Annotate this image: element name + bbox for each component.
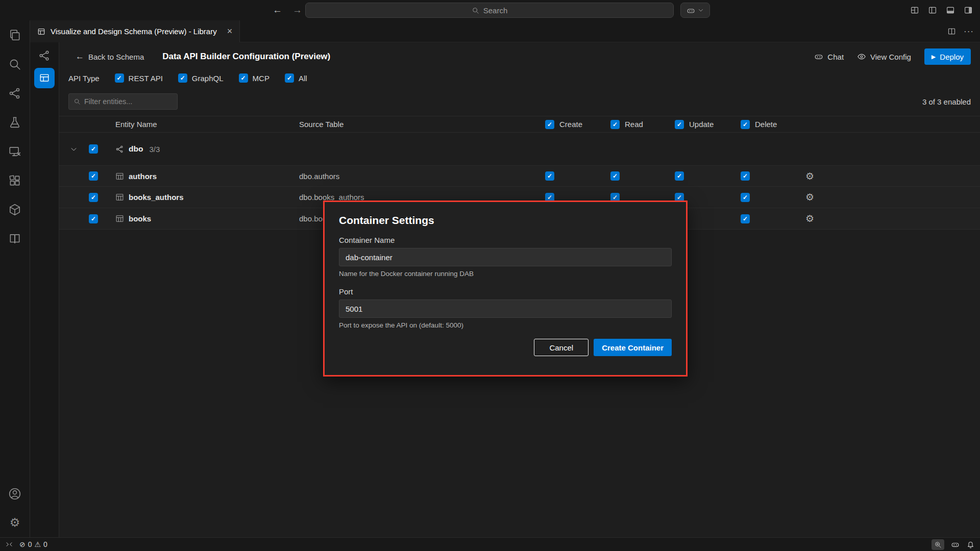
check-icon: ✓ [547,194,552,201]
port-help: Port to expose the API on (default: 5000… [339,321,672,329]
create-container-button[interactable]: Create Container [594,339,672,356]
check-icon: ✓ [241,75,246,81]
graphql-option[interactable]: ✓ GraphQL [178,73,224,83]
panel-bottom-icon [946,6,955,15]
container-name-input[interactable] [339,248,672,266]
delete-checkbox[interactable]: ✓ [741,171,750,181]
sidebar-right-icon [964,6,973,15]
check-icon: ✓ [91,146,96,152]
source-table: dbo.authors [299,172,534,181]
check-icon: ✓ [547,173,552,179]
check-icon: ✓ [743,121,748,128]
activity-bar-tests[interactable] [0,108,30,137]
sidebar-left-icon [928,6,937,15]
row-checkbox[interactable]: ✓ [89,193,98,202]
delete-checkbox[interactable]: ✓ [741,193,750,202]
command-center-search[interactable]: Search [305,3,674,18]
row-checkbox[interactable]: ✓ [89,171,98,181]
back-to-schema-link[interactable]: ← Back to Schema [76,52,144,62]
row-checkbox[interactable]: ✓ [89,214,98,223]
view-config-button[interactable]: View Config [857,52,911,61]
rest-api-checkbox[interactable]: ✓ [115,73,124,83]
table-row[interactable]: ✓ authors dbo.authors ✓ ✓ ✓ ✓ ⚙ [59,165,980,187]
activity-bar-remote-explorer[interactable] [0,137,30,166]
activity-bar-search[interactable] [0,49,30,79]
activity-bar-notebooks[interactable] [0,224,30,253]
entity-settings-gear-icon[interactable]: ⚙ [795,214,980,223]
delete-checkbox[interactable]: ✓ [741,214,750,223]
history-forward-button[interactable]: → [292,5,302,16]
activity-bar-explorer[interactable] [0,20,30,49]
copilot-status-button[interactable] [951,540,960,549]
container-name-help: Name for the Docker container running DA… [339,270,672,278]
chat-button[interactable]: Chat [814,52,844,61]
rail-data-api-builder[interactable] [34,68,55,88]
toggle-sidebar-left-button[interactable] [928,6,937,15]
remote-indicator[interactable] [5,540,13,548]
notifications-button[interactable] [966,540,975,549]
entity-settings-gear-icon[interactable]: ⚙ [795,171,980,181]
tab-visualize-design-schema[interactable]: Visualize and Design Schema (Preview) - … [30,20,240,42]
activity-bar-connections[interactable] [0,79,30,108]
rest-api-option[interactable]: ✓ REST API [115,73,163,83]
create-all-checkbox[interactable]: ✓ [545,120,554,129]
check-icon: ✓ [677,121,682,128]
toggle-sidebar-right-button[interactable] [964,6,973,15]
container-name-label: Container Name [339,236,672,244]
check-icon: ✓ [743,173,748,179]
cancel-button[interactable]: Cancel [534,339,589,356]
error-count: 0 [28,540,32,548]
check-icon: ✓ [612,121,618,128]
check-icon: ✓ [91,194,96,201]
delete-all-checkbox[interactable]: ✓ [741,120,750,129]
search-icon [8,58,21,71]
deploy-button[interactable]: ▶ Deploy [924,48,971,65]
read-all-checkbox[interactable]: ✓ [610,120,620,129]
enabled-summary: 3 of 3 enabled [922,97,971,106]
collapse-chevron-icon[interactable] [59,145,88,153]
tab-bar: Visualize and Design Schema (Preview) - … [30,20,980,42]
title-bar: ← → Search [0,0,980,20]
entity-cell: authors [115,172,299,181]
toggle-panel-button[interactable] [946,6,955,15]
check-icon: ✓ [612,173,618,179]
schema-group-row[interactable]: ✓ dbo 3/3 [59,133,980,165]
customize-layout-button[interactable] [910,6,919,15]
group-checkbox[interactable]: ✓ [89,144,98,154]
graphql-checkbox[interactable]: ✓ [178,73,187,83]
activity-bar-database-projects[interactable] [0,195,30,224]
rail-schema-designer[interactable] [34,45,55,66]
column-update-label: Update [689,120,714,129]
split-editor-button[interactable] [947,27,956,36]
zoom-indicator[interactable] [932,539,944,550]
header-actions: Chat View Config ▶ Deploy [814,48,971,65]
read-checkbox[interactable]: ✓ [610,171,620,181]
activity-bar: ⚙ [0,20,30,537]
activity-bar-extensions[interactable] [0,166,30,195]
cube-icon [8,203,21,216]
page-title: Data API Builder Configuration (Preview) [162,52,330,62]
history-back-button[interactable]: ← [273,5,282,16]
update-all-checkbox[interactable]: ✓ [675,120,684,129]
mcp-checkbox[interactable]: ✓ [239,73,248,83]
warning-count: 0 [43,540,47,548]
activity-bar-settings[interactable]: ⚙ [0,508,30,537]
deploy-label: Deploy [940,53,964,61]
more-actions-button[interactable]: ··· [964,27,974,36]
update-checkbox[interactable]: ✓ [675,171,684,181]
port-input[interactable] [339,299,672,318]
tab-label: Visualize and Design Schema (Preview) - … [51,27,217,36]
check-icon: ✓ [743,194,748,201]
filter-entities-input[interactable] [84,97,173,106]
mcp-option[interactable]: ✓ MCP [239,73,270,83]
files-icon [8,29,21,42]
all-option[interactable]: ✓ All [285,73,307,83]
activity-bar-account[interactable] [0,479,30,508]
modal-actions: Cancel Create Container [339,339,672,356]
problems-indicator[interactable]: ⊘ 0 ⚠ 0 [19,540,47,548]
entity-settings-gear-icon[interactable]: ⚙ [795,192,980,202]
create-checkbox[interactable]: ✓ [545,171,554,181]
close-icon[interactable]: × [227,26,233,37]
all-checkbox[interactable]: ✓ [285,73,294,83]
copilot-menu-button[interactable] [680,3,710,18]
